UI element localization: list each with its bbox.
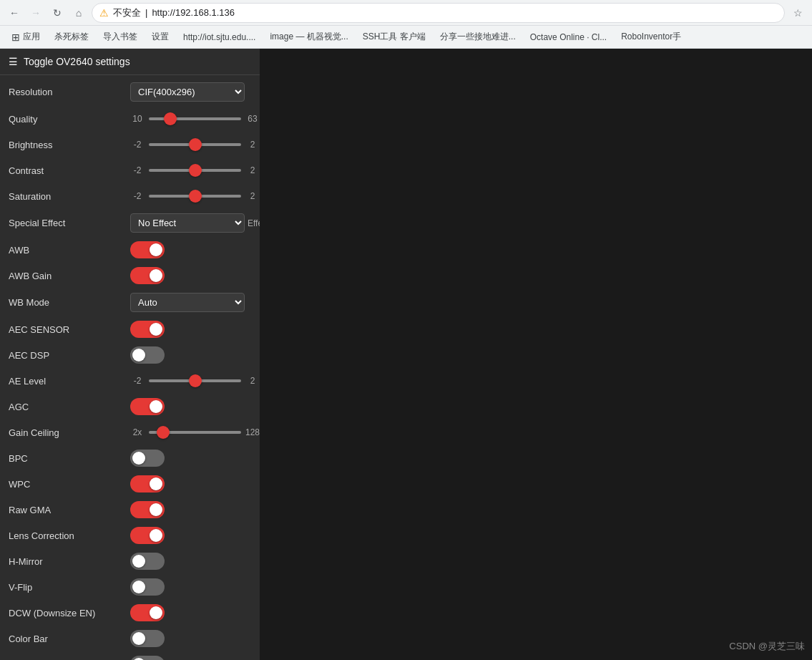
gain-ceiling-control: 2x 128x	[130, 427, 260, 437]
dcw-row: DCW (Downsize EN)	[0, 600, 260, 626]
raw-gma-row: Raw GMA	[0, 497, 260, 523]
refresh-button[interactable]: ↻	[49, 4, 66, 21]
ae-level-slider[interactable]	[149, 379, 241, 382]
special-effect-select[interactable]: No Effect Negative Grayscale Red Tint Gr…	[130, 213, 245, 233]
h-mirror-toggle[interactable]	[130, 553, 165, 570]
agc-label: AGC	[9, 402, 130, 412]
lens-correction-thumb	[150, 529, 162, 542]
color-bar-track	[130, 630, 165, 647]
apps-icon: ⊞	[11, 31, 20, 43]
lock-icon: ⚠	[99, 7, 109, 19]
forward-button[interactable]: →	[27, 4, 44, 21]
watermark: CSDN @灵芝三味	[729, 640, 805, 653]
v-flip-row: V-Flip	[0, 574, 260, 600]
bookmark-ssh[interactable]: SSH工具 客户端	[357, 29, 431, 44]
aec-sensor-row: AEC SENSOR	[0, 316, 260, 342]
bpc-row: BPC	[0, 445, 260, 471]
main-content: ☰ Toggle OV2640 settings Resolution CIF(…	[0, 49, 812, 660]
wpc-label: WPC	[9, 479, 130, 490]
brightness-row: Brightness -2 2	[0, 132, 260, 157]
raw-gma-thumb	[150, 503, 162, 516]
right-area: CSDN @灵芝三味	[260, 49, 812, 660]
brightness-max: 2	[245, 140, 260, 150]
h-mirror-track	[130, 553, 165, 570]
ae-level-row: AE Level -2 2	[0, 368, 260, 394]
agc-toggle[interactable]	[130, 398, 165, 415]
dcw-track	[130, 604, 165, 621]
resolution-control: CIF(400x296) UXGA(1600x1200) SXGA(1280x1…	[130, 82, 251, 102]
aec-sensor-track	[130, 321, 165, 338]
bookmark-settings[interactable]: 设置	[146, 29, 175, 44]
awb-thumb	[150, 243, 162, 256]
h-mirror-row: H-Mirror	[0, 548, 260, 574]
bookmark-robo[interactable]: RoboInventor手	[615, 29, 687, 44]
h-mirror-control	[130, 553, 251, 570]
awb-row: AWB	[0, 237, 260, 263]
bookmark-image[interactable]: image — 机器视觉...	[264, 29, 353, 44]
gain-ceiling-slider[interactable]	[149, 431, 241, 434]
contrast-slider[interactable]	[149, 169, 241, 172]
bookmark-share[interactable]: 分享一些接地难进...	[434, 29, 522, 44]
quality-slider-container: 10 63	[130, 114, 260, 124]
ae-level-min: -2	[130, 376, 145, 386]
ae-level-label: AE Level	[9, 376, 130, 387]
wpc-toggle[interactable]	[130, 475, 165, 492]
gain-ceiling-min: 2x	[130, 427, 145, 437]
aec-dsp-toggle[interactable]	[130, 346, 165, 364]
bpc-control	[130, 450, 251, 467]
dcw-toggle[interactable]	[130, 604, 165, 621]
effect-sublabel: Effect	[248, 218, 260, 228]
resolution-label: Resolution	[9, 87, 130, 97]
contrast-slider-container: -2 2	[130, 165, 260, 175]
raw-gma-label: Raw GMA	[9, 505, 130, 515]
agc-control	[130, 398, 251, 415]
awb-track	[130, 241, 165, 258]
face-detection-toggle[interactable]	[130, 656, 165, 660]
awb-control	[130, 241, 251, 258]
brightness-slider-container: -2 2	[130, 140, 260, 150]
face-detection-control	[130, 656, 251, 660]
awb-gain-row: AWB Gain	[0, 263, 260, 288]
bookmark-import[interactable]: 导入书签	[97, 29, 143, 44]
back-button[interactable]: ←	[6, 4, 23, 21]
awb-gain-toggle[interactable]	[130, 267, 165, 284]
gain-ceiling-row: Gain Ceiling 2x 128x	[0, 419, 260, 445]
brightness-slider[interactable]	[149, 143, 241, 146]
bookmark-killtab[interactable]: 杀死标签	[49, 29, 94, 44]
bpc-label: BPC	[9, 453, 130, 464]
resolution-select[interactable]: CIF(400x296) UXGA(1600x1200) SXGA(1280x1…	[130, 82, 245, 102]
lens-correction-toggle[interactable]	[130, 527, 165, 544]
awb-toggle[interactable]	[130, 241, 165, 258]
color-bar-label: Color Bar	[9, 634, 130, 644]
wpc-track	[130, 475, 165, 492]
home-button[interactable]: ⌂	[70, 4, 87, 21]
ssh-label: SSH工具 客户端	[363, 31, 426, 43]
aec-sensor-toggle[interactable]	[130, 321, 165, 338]
quality-control: 10 63	[130, 114, 260, 124]
address-bar[interactable]: ⚠ 不安全 | http://192.168.1.136	[92, 3, 785, 23]
color-bar-toggle[interactable]	[130, 630, 165, 647]
bookmarks-button[interactable]: ☆	[789, 4, 806, 21]
v-flip-toggle[interactable]	[130, 578, 165, 596]
bookmark-apps[interactable]: ⊞ 应用	[6, 29, 46, 44]
aec-sensor-label: AEC SENSOR	[9, 324, 130, 335]
bpc-toggle[interactable]	[130, 450, 165, 467]
contrast-label: Contrast	[9, 165, 130, 176]
wb-mode-select[interactable]: Auto Sunny Cloudy Office Home	[130, 293, 245, 312]
color-bar-control	[130, 630, 251, 647]
face-detection-track	[130, 656, 165, 660]
agc-track	[130, 398, 165, 415]
raw-gma-toggle[interactable]	[130, 501, 165, 518]
color-bar-row: Color Bar	[0, 626, 260, 651]
lens-correction-control	[130, 527, 251, 544]
saturation-slider[interactable]	[149, 195, 241, 198]
aec-dsp-label: AEC DSP	[9, 350, 130, 361]
quality-slider[interactable]	[149, 117, 241, 120]
bookmark-octave[interactable]: Octave Online · Cl...	[524, 31, 612, 44]
wpc-control	[130, 475, 251, 492]
share-label: 分享一些接地难进...	[440, 31, 516, 43]
bpc-track	[130, 450, 165, 467]
aec-dsp-control	[130, 346, 251, 364]
special-effect-label: Special Effect	[9, 218, 130, 228]
bookmark-iot[interactable]: http://iot.sjtu.edu....	[177, 31, 261, 44]
